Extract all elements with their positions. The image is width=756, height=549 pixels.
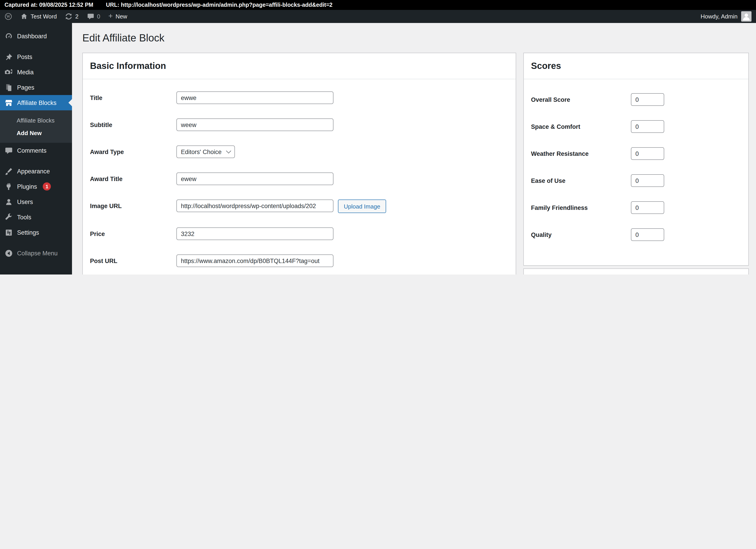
subtitle-label: Subtitle — [90, 118, 176, 131]
captured-url-text: URL: http://localhost/wordpress/wp-admin… — [106, 2, 333, 8]
image-url-input[interactable] — [176, 199, 333, 212]
sidebar-item-label: Collapse Menu — [17, 250, 58, 256]
comment-count: 0 — [97, 13, 100, 20]
avatar[interactable] — [741, 11, 751, 22]
wordpress-logo-menu[interactable]: W — [5, 13, 12, 20]
sidebar-item-comments[interactable]: Comments — [0, 143, 72, 158]
family-friendliness-input[interactable] — [631, 201, 664, 214]
media-icon — [5, 68, 13, 76]
space-comfort-label: Space & Comfort — [531, 120, 631, 133]
sidebar-item-label: Appearance — [17, 168, 50, 174]
award-title-label: Award Title — [90, 172, 176, 185]
panel-title-scores: Scores — [531, 61, 741, 71]
brush-icon — [5, 167, 13, 175]
admin-bar: W Test Word 2 0 — [0, 10, 756, 23]
sidebar-item-label: Settings — [17, 229, 39, 236]
price-input[interactable] — [176, 227, 333, 240]
capture-bar: Captured at: 09/08/2025 12:52 PM URL: ht… — [0, 0, 756, 10]
dashboard-icon — [5, 32, 13, 40]
sidebar-item-label: Tools — [17, 214, 31, 220]
sidebar-item-pages[interactable]: Pages — [0, 80, 72, 95]
overall-score-label: Overall Score — [531, 93, 631, 106]
site-link[interactable]: Test Word — [20, 13, 57, 20]
sidebar-item-collapse-menu[interactable]: Collapse Menu — [0, 245, 72, 261]
submenu-item-label: Add New — [17, 129, 42, 136]
sidebar-item-affiliate-blocks[interactable]: Affiliate Blocks — [0, 95, 72, 110]
submenu-item-add-new[interactable]: Add New — [0, 126, 72, 139]
sidebar-item-appearance[interactable]: Appearance — [0, 163, 72, 179]
sidebar-item-label: Pages — [17, 84, 34, 91]
wordpress-admin-screen: Captured at: 09/08/2025 12:52 PM URL: ht… — [0, 0, 756, 274]
new-label: New — [115, 13, 127, 20]
sidebar-item-label: Dashboard — [17, 33, 47, 39]
plugin-icon — [5, 182, 13, 191]
post-url-input[interactable] — [176, 254, 333, 267]
sidebar-item-label: Plugins — [17, 183, 37, 190]
wrench-icon — [5, 213, 13, 221]
settings-icon — [5, 228, 13, 237]
collapse-icon — [5, 249, 13, 257]
ease-of-use-label: Ease of Use — [531, 174, 631, 187]
ease-of-use-input[interactable] — [631, 174, 664, 187]
weather-resistance-input[interactable] — [631, 147, 664, 160]
main-content: Edit Affiliate Block Basic Information T… — [72, 23, 756, 274]
quality-input[interactable] — [631, 228, 664, 241]
pros-cons-panel: Pros & Cons Pros (one per line) dds ds d… — [523, 268, 749, 274]
store-icon — [5, 98, 13, 107]
page-title: Edit Affiliate Block — [82, 32, 749, 44]
sidebar-item-media[interactable]: Media — [0, 64, 72, 80]
sidebar-item-label: Users — [17, 198, 33, 205]
space-comfort-input[interactable] — [631, 120, 664, 133]
updates-icon — [65, 13, 73, 20]
award-type-selected-value: Editors' Choice — [181, 148, 222, 155]
sidebar-item-dashboard[interactable]: Dashboard — [0, 28, 72, 44]
sidebar-item-label: Posts — [17, 53, 32, 60]
award-title-input[interactable] — [176, 172, 333, 185]
plugins-update-badge: 1 — [43, 182, 51, 190]
scores-panel: Scores Overall Score Space & Comfort — [523, 53, 749, 266]
award-type-label: Award Type — [90, 145, 176, 158]
sidebar-item-label: Comments — [17, 147, 47, 154]
affiliate-blocks-submenu: Affiliate Blocks Add New — [0, 110, 72, 143]
pushpin-icon — [5, 52, 13, 61]
update-count: 2 — [75, 13, 79, 20]
svg-text:W: W — [7, 14, 10, 19]
plus-icon: + — [108, 12, 113, 20]
award-type-select[interactable]: Editors' Choice — [176, 145, 235, 158]
sidebar-item-label: Affiliate Blocks — [17, 99, 56, 106]
comments-menu[interactable]: 0 — [87, 13, 100, 20]
title-input[interactable] — [176, 91, 333, 104]
updates-menu[interactable]: 2 — [65, 13, 79, 20]
sidebar-item-plugins[interactable]: Plugins 1 — [0, 179, 72, 194]
panel-title-basic-information: Basic Information — [90, 61, 509, 71]
pages-icon — [5, 83, 13, 92]
home-icon — [20, 13, 28, 20]
new-content-menu[interactable]: + New — [108, 13, 127, 20]
howdy-text[interactable]: Howdy, Admin — [701, 13, 738, 20]
comments-icon — [5, 146, 13, 155]
site-name: Test Word — [31, 13, 57, 20]
title-label: Title — [90, 91, 176, 104]
user-icon — [5, 197, 13, 206]
sidebar-item-label: Media — [17, 69, 34, 75]
overall-score-input[interactable] — [631, 93, 664, 106]
captured-at-text: Captured at: 09/08/2025 12:52 PM — [5, 2, 93, 8]
sidebar-item-settings[interactable]: Settings — [0, 225, 72, 240]
comment-bubble-icon — [87, 13, 94, 20]
wordpress-logo-icon: W — [5, 13, 12, 20]
submenu-item-label: Affiliate Blocks — [17, 117, 55, 124]
upload-image-button[interactable]: Upload Image — [338, 199, 386, 213]
admin-sidebar: Dashboard Posts Media Pages — [0, 23, 72, 274]
sidebar-item-users[interactable]: Users — [0, 194, 72, 209]
price-label: Price — [90, 227, 176, 240]
sidebar-item-posts[interactable]: Posts — [0, 49, 72, 64]
family-friendliness-label: Family Friendliness — [531, 201, 631, 214]
subtitle-input[interactable] — [176, 118, 333, 131]
post-url-label: Post URL — [90, 254, 176, 267]
weather-resistance-label: Weather Resistance — [531, 147, 631, 160]
basic-information-panel: Basic Information Title Subtitle — [82, 53, 516, 274]
submenu-item-affiliate-blocks[interactable]: Affiliate Blocks — [0, 114, 72, 126]
quality-label: Quality — [531, 228, 631, 241]
sidebar-item-tools[interactable]: Tools — [0, 209, 72, 225]
image-url-label: Image URL — [90, 199, 176, 213]
